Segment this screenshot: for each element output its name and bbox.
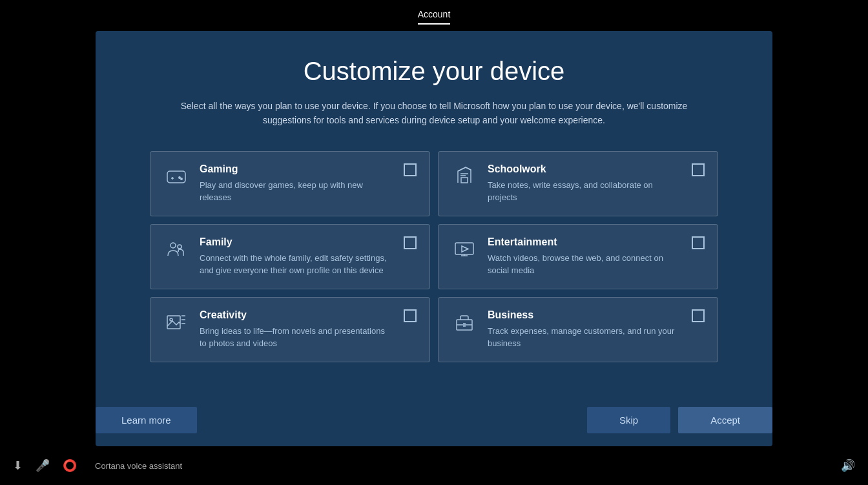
creativity-text: Creativity Bring ideas to life—from nove… <box>200 309 393 350</box>
top-nav: Account <box>418 9 451 22</box>
learn-more-button[interactable]: Learn more <box>96 407 197 433</box>
option-card-schoolwork[interactable]: Schoolwork Take notes, write essays, and… <box>438 151 718 216</box>
entertainment-checkbox[interactable] <box>692 236 705 249</box>
svg-rect-10 <box>455 243 473 254</box>
option-card-entertainment[interactable]: Entertainment Watch videos, browse the w… <box>438 224 718 289</box>
option-card-gaming[interactable]: Gaming Play and discover games, keep up … <box>150 151 430 216</box>
svg-point-9 <box>178 245 181 249</box>
schoolwork-desc: Take notes, write essays, and collaborat… <box>488 179 681 204</box>
download-icon[interactable]: ⬇ <box>13 459 23 473</box>
option-card-creativity[interactable]: Creativity Bring ideas to life—from nove… <box>150 297 430 362</box>
btn-group: Skip Accept <box>587 407 772 433</box>
svg-rect-5 <box>461 178 468 183</box>
top-bar: Account <box>0 0 868 31</box>
business-icon <box>451 309 477 335</box>
svg-marker-13 <box>462 246 468 252</box>
family-icon <box>163 236 189 262</box>
svg-point-4 <box>181 178 182 180</box>
volume-icon[interactable]: 🔊 <box>841 459 855 472</box>
gaming-title: Gaming <box>200 163 393 175</box>
cortana-icon[interactable]: ⭕ <box>63 459 77 473</box>
page-subtitle: Select all the ways you plan to use your… <box>163 99 705 128</box>
skip-button[interactable]: Skip <box>587 407 670 433</box>
taskbar: ⬇ 🎤 ⭕ Cortana voice assistant 🔊 <box>0 446 868 485</box>
cortana-label: Cortana voice assistant <box>95 461 182 471</box>
svg-point-3 <box>179 177 180 178</box>
family-title: Family <box>200 236 393 248</box>
svg-rect-0 <box>167 171 185 183</box>
creativity-desc: Bring ideas to life—from novels and pres… <box>200 325 393 350</box>
taskbar-right-icons: 🔊 <box>841 459 855 473</box>
options-grid: Gaming Play and discover games, keep up … <box>150 151 718 362</box>
family-desc: Connect with the whole family, edit safe… <box>200 252 393 277</box>
schoolwork-title: Schoolwork <box>488 163 681 175</box>
business-text: Business Track expenses, manage customer… <box>488 309 681 350</box>
family-text: Family Connect with the whole family, ed… <box>200 236 393 277</box>
schoolwork-icon <box>451 163 477 189</box>
gaming-icon <box>163 163 189 189</box>
creativity-checkbox[interactable] <box>404 309 417 322</box>
business-desc: Track expenses, manage customers, and ru… <box>488 325 681 350</box>
page-title: Customize your device <box>304 57 565 86</box>
entertainment-icon <box>451 236 477 262</box>
nav-item-account[interactable]: Account <box>418 9 451 22</box>
main-content: Customize your device Select all the way… <box>96 31 772 446</box>
entertainment-text: Entertainment Watch videos, browse the w… <box>488 236 681 277</box>
option-card-family[interactable]: Family Connect with the whole family, ed… <box>150 224 430 289</box>
taskbar-left-icons: ⬇ 🎤 ⭕ Cortana voice assistant <box>13 459 182 473</box>
gaming-text: Gaming Play and discover games, keep up … <box>200 163 393 204</box>
svg-point-8 <box>170 243 176 248</box>
creativity-title: Creativity <box>200 309 393 321</box>
business-checkbox[interactable] <box>692 309 705 322</box>
microphone-icon[interactable]: 🎤 <box>36 459 50 473</box>
accept-button[interactable]: Accept <box>678 407 772 433</box>
schoolwork-text: Schoolwork Take notes, write essays, and… <box>488 163 681 204</box>
action-buttons: Learn more Skip Accept <box>96 407 772 433</box>
schoolwork-checkbox[interactable] <box>692 163 705 176</box>
svg-point-15 <box>170 318 172 321</box>
gaming-desc: Play and discover games, keep up with ne… <box>200 179 393 204</box>
business-title: Business <box>488 309 681 321</box>
option-card-business[interactable]: Business Track expenses, manage customer… <box>438 297 718 362</box>
entertainment-desc: Watch videos, browse the web, and connec… <box>488 252 681 277</box>
gaming-checkbox[interactable] <box>404 163 417 176</box>
entertainment-title: Entertainment <box>488 236 681 248</box>
creativity-icon <box>163 309 189 335</box>
family-checkbox[interactable] <box>404 236 417 249</box>
